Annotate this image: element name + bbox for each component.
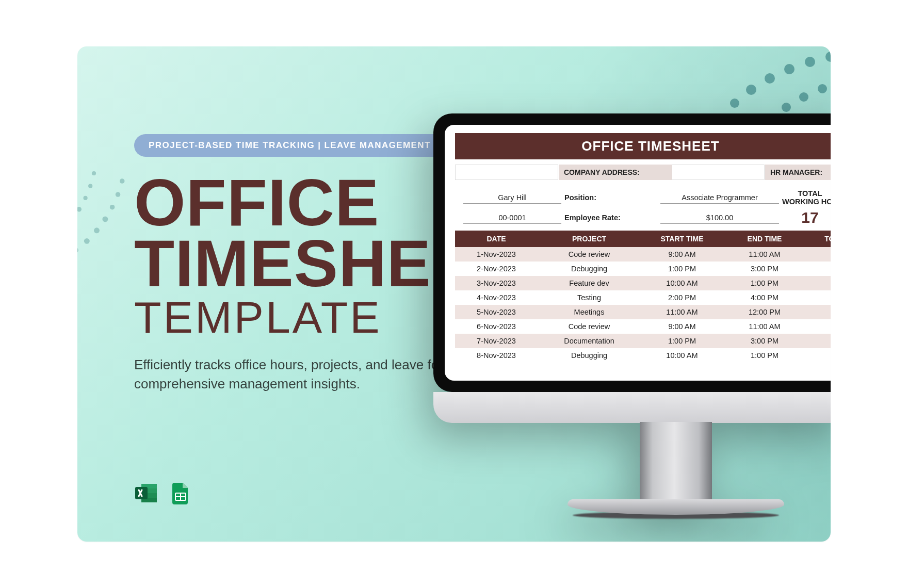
- svg-point-43: [94, 227, 100, 233]
- cell-start: 10:00 AM: [641, 348, 723, 363]
- format-icons: [134, 481, 193, 505]
- employee-id: 00-0001: [463, 212, 561, 224]
- monitor-screen: OFFICE TIMESHEET COMPANY ADDRESS: HR MAN…: [445, 125, 831, 381]
- position-label: Position:: [564, 193, 657, 202]
- employee-info: Gary Hill Position: Associate Programmer…: [455, 180, 831, 231]
- svg-point-1: [805, 57, 815, 67]
- cell-date: 5-Nov-2023: [455, 305, 538, 319]
- title-line-3: TEMPLATE: [134, 297, 464, 338]
- table-row: 8-Nov-2023Debugging10:00 AM1:00 PM: [455, 348, 831, 363]
- cell-project: Code review: [538, 247, 641, 262]
- cell-end: 3:00 PM: [723, 262, 806, 276]
- main-title: OFFICE TIMESHEET TEMPLATE: [134, 172, 464, 338]
- hr-manager-label: HR MANAGER:: [765, 165, 831, 180]
- cell-total: [806, 319, 831, 334]
- cell-start: 2:00 PM: [641, 290, 723, 305]
- cell-total: [806, 276, 831, 290]
- svg-point-2: [784, 64, 794, 74]
- total-hours-value: 17: [782, 209, 831, 226]
- table-row: 5-Nov-2023Meetings11:00 AM12:00 PM: [455, 305, 831, 319]
- blank-cell: [672, 165, 765, 180]
- rate-label: Employee Rate:: [564, 214, 657, 222]
- blank-cell: [455, 165, 558, 180]
- cell-end: 12:00 PM: [723, 305, 806, 319]
- subtitle: Efficiently tracks office hours, project…: [134, 355, 454, 394]
- svg-rect-63: [135, 487, 148, 499]
- cell-project: Meetings: [538, 305, 641, 319]
- table-row: 3-Nov-2023Feature dev10:00 AM1:00 PM: [455, 276, 831, 290]
- cell-start: 9:00 AM: [641, 319, 723, 334]
- cell-date: 8-Nov-2023: [455, 348, 538, 363]
- company-address-label: COMPANY ADDRESS:: [558, 165, 672, 180]
- table-row: 6-Nov-2023Code review9:00 AM11:00 AM: [455, 319, 831, 334]
- table-row: 7-Nov-2023Documentation1:00 PM3:00 PM: [455, 334, 831, 348]
- header-labels-row: COMPANY ADDRESS: HR MANAGER:: [455, 165, 831, 180]
- table-row: 2-Nov-2023Debugging1:00 PM3:00 PM: [455, 262, 831, 276]
- svg-point-42: [84, 238, 90, 244]
- cell-start: 11:00 AM: [641, 305, 723, 319]
- table-header: DATE PROJECT START TIME END TIME TOT: [455, 231, 831, 247]
- cell-start: 1:00 PM: [641, 334, 723, 348]
- employee-name: Gary Hill: [463, 192, 561, 204]
- cell-end: 11:00 AM: [723, 247, 806, 262]
- cell-project: Testing: [538, 290, 641, 305]
- title-line-1: OFFICE: [134, 172, 464, 233]
- svg-point-56: [88, 184, 92, 188]
- monitor-mockup: OFFICE TIMESHEET COMPANY ADDRESS: HR MAN…: [423, 83, 831, 542]
- col-total: TOT: [806, 231, 831, 247]
- excel-icon: [134, 481, 159, 505]
- table-row: 4-Nov-2023Testing2:00 PM4:00 PM: [455, 290, 831, 305]
- cell-project: Code review: [538, 319, 641, 334]
- employee-rate: $100.00: [660, 212, 779, 224]
- svg-point-0: [825, 52, 831, 62]
- svg-point-57: [92, 171, 96, 175]
- category-pill: PROJECT-BASED TIME TRACKING | LEAVE MANA…: [134, 134, 445, 157]
- col-start: START TIME: [641, 231, 723, 247]
- cell-date: 1-Nov-2023: [455, 247, 538, 262]
- cell-project: Debugging: [538, 262, 641, 276]
- table-body: 1-Nov-2023Code review9:00 AM11:00 AM2-No…: [455, 247, 831, 363]
- svg-point-55: [83, 196, 87, 200]
- svg-point-3: [765, 73, 775, 84]
- cell-start: 1:00 PM: [641, 262, 723, 276]
- total-hours-label: TOTAL WORKING HOU: [782, 189, 831, 206]
- left-column: PROJECT-BASED TIME TRACKING | LEAVE MANA…: [134, 134, 464, 394]
- google-sheets-icon: [168, 481, 193, 505]
- cell-total: [806, 262, 831, 276]
- col-project: PROJECT: [538, 231, 641, 247]
- stage: PROJECT-BASED TIME TRACKING | LEAVE MANA…: [0, 0, 908, 588]
- svg-point-54: [77, 207, 82, 212]
- promo-card: PROJECT-BASED TIME TRACKING | LEAVE MANA…: [77, 46, 831, 542]
- cell-total: [806, 348, 831, 363]
- cell-project: Debugging: [538, 348, 641, 363]
- svg-point-41: [77, 248, 78, 253]
- cell-date: 3-Nov-2023: [455, 276, 538, 290]
- svg-point-45: [110, 205, 115, 210]
- cell-end: 11:00 AM: [723, 319, 806, 334]
- cell-end: 3:00 PM: [723, 334, 806, 348]
- cell-date: 6-Nov-2023: [455, 319, 538, 334]
- cell-total: [806, 247, 831, 262]
- svg-point-47: [120, 178, 125, 184]
- cell-total: [806, 290, 831, 305]
- cell-start: 9:00 AM: [641, 247, 723, 262]
- col-end: END TIME: [723, 231, 806, 247]
- cell-total: [806, 305, 831, 319]
- col-date: DATE: [455, 231, 538, 247]
- cell-project: Feature dev: [538, 276, 641, 290]
- svg-point-46: [116, 192, 121, 197]
- cell-total: [806, 334, 831, 348]
- cell-date: 4-Nov-2023: [455, 290, 538, 305]
- cell-date: 7-Nov-2023: [455, 334, 538, 348]
- cell-end: 4:00 PM: [723, 290, 806, 305]
- table-row: 1-Nov-2023Code review9:00 AM11:00 AM: [455, 247, 831, 262]
- cell-end: 1:00 PM: [723, 348, 806, 363]
- monitor-stand-neck: [640, 422, 712, 504]
- svg-point-44: [102, 216, 108, 222]
- employee-position: Associate Programmer: [660, 192, 779, 204]
- cell-project: Documentation: [538, 334, 641, 348]
- title-line-2: TIMESHEET: [134, 233, 464, 294]
- sheet-title: OFFICE TIMESHEET: [455, 133, 831, 159]
- monitor-bezel: OFFICE TIMESHEET COMPANY ADDRESS: HR MAN…: [433, 113, 831, 392]
- monitor-stand-base: [568, 499, 784, 515]
